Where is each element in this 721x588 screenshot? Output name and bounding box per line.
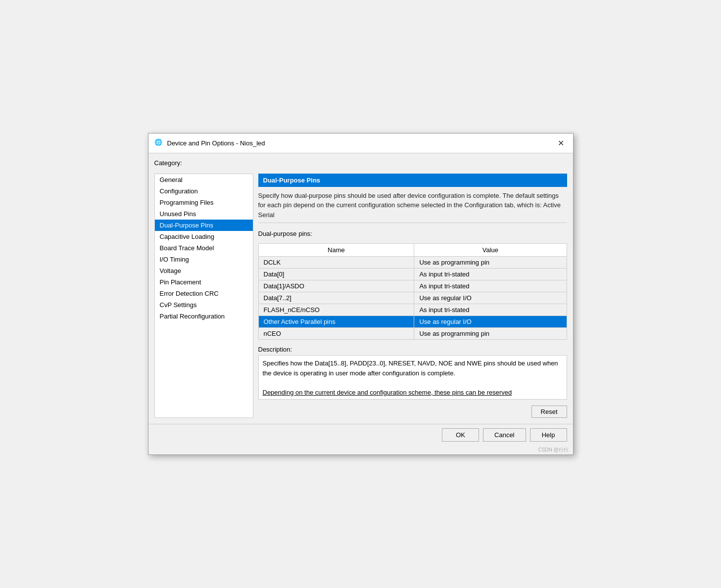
table-row[interactable]: Other Active Parallel pinsUse as regular… <box>258 316 567 328</box>
dialog-footer: OK Cancel Help <box>148 424 573 446</box>
dual-purpose-label: Dual-purpose pins: <box>258 230 567 237</box>
pin-value: As input tri-stated <box>414 269 567 280</box>
table-row[interactable]: DCLKUse as programming pin <box>258 257 567 269</box>
pin-name: DCLK <box>258 257 414 269</box>
pin-value: Use as regular I/O <box>414 316 567 328</box>
sidebar-item-configuration[interactable]: Configuration <box>155 185 253 197</box>
dialog-window: 🌐 Device and Pin Options - Nios_led ✕ Ca… <box>148 133 574 455</box>
sidebar-item-partial-reconfiguration[interactable]: Partial Reconfiguration <box>155 311 253 322</box>
col-value-header: Value <box>414 244 567 257</box>
title-bar-left: 🌐 Device and Pin Options - Nios_led <box>154 138 265 147</box>
panel-header: Dual-Purpose Pins <box>258 174 567 187</box>
reset-row: Reset <box>258 406 567 418</box>
pin-value: Use as programming pin <box>414 328 567 340</box>
title-bar: 🌐 Device and Pin Options - Nios_led ✕ <box>148 134 573 153</box>
pins-table: Name Value DCLKUse as programming pinDat… <box>258 243 567 340</box>
table-row[interactable]: nCEOUse as programming pin <box>258 328 567 340</box>
sidebar-item-error-detection-crc[interactable]: Error Detection CRC <box>155 288 253 299</box>
sidebar-item-pin-placement[interactable]: Pin Placement <box>155 276 253 288</box>
sidebar-item-unused-pins[interactable]: Unused Pins <box>155 208 253 220</box>
sidebar-item-general[interactable]: General <box>155 174 253 185</box>
sidebar: GeneralConfigurationProgramming FilesUnu… <box>154 174 253 418</box>
help-button[interactable]: Help <box>530 428 567 442</box>
watermark: CSDN @行行. <box>148 446 573 454</box>
main-area: GeneralConfigurationProgramming FilesUnu… <box>154 174 567 418</box>
dialog-icon: 🌐 <box>154 138 163 147</box>
panel-description: Specify how dual-purpose pins should be … <box>258 191 567 224</box>
sidebar-item-dual-purpose-pins[interactable]: Dual-Purpose Pins <box>155 220 253 231</box>
pin-name: FLASH_nCE/nCSO <box>258 304 414 316</box>
pin-value: Use as programming pin <box>414 257 567 269</box>
pin-name: nCEO <box>258 328 414 340</box>
col-name-header: Name <box>258 244 414 257</box>
pin-name: Other Active Parallel pins <box>258 316 414 328</box>
cancel-button[interactable]: Cancel <box>483 428 526 442</box>
pin-value: As input tri-stated <box>414 304 567 316</box>
pin-name: Data[0] <box>258 269 414 280</box>
sidebar-item-board-trace-model[interactable]: Board Trace Model <box>155 242 253 254</box>
sidebar-item-cvp-settings[interactable]: CvP Settings <box>155 299 253 311</box>
description-text-part1: Specifies how the Data[15..8], PADD[23..… <box>263 360 558 377</box>
pin-value: Use as regular I/O <box>414 292 567 304</box>
description-text[interactable]: Specifies how the Data[15..8], PADD[23..… <box>258 355 567 400</box>
pin-value: As input tri-stated <box>414 280 567 292</box>
sidebar-item-capacitive-loading[interactable]: Capacitive Loading <box>155 231 253 242</box>
content-panel: Dual-Purpose Pins Specify how dual-purpo… <box>258 174 567 418</box>
table-row[interactable]: Data[7..2]Use as regular I/O <box>258 292 567 304</box>
sidebar-item-programming-files[interactable]: Programming Files <box>155 197 253 208</box>
dialog-title: Device and Pin Options - Nios_led <box>167 139 265 147</box>
ok-button[interactable]: OK <box>442 428 479 442</box>
reset-button[interactable]: Reset <box>531 406 567 418</box>
table-row[interactable]: FLASH_nCE/nCSOAs input tri-stated <box>258 304 567 316</box>
dialog-body: Category: GeneralConfigurationProgrammin… <box>148 153 573 424</box>
description-text-part2: Depending on the current device and conf… <box>263 389 512 396</box>
table-row[interactable]: Data[0]As input tri-stated <box>258 269 567 280</box>
sidebar-item-io-timing[interactable]: I/O Timing <box>155 254 253 265</box>
sidebar-item-voltage[interactable]: Voltage <box>155 265 253 276</box>
description-label: Description: <box>258 346 567 353</box>
category-label: Category: <box>154 159 567 167</box>
pin-name: Data[1]/ASDO <box>258 280 414 292</box>
pin-name: Data[7..2] <box>258 292 414 304</box>
table-row[interactable]: Data[1]/ASDOAs input tri-stated <box>258 280 567 292</box>
close-button[interactable]: ✕ <box>555 137 567 149</box>
description-box: Description: Specifies how the Data[15..… <box>258 346 567 400</box>
